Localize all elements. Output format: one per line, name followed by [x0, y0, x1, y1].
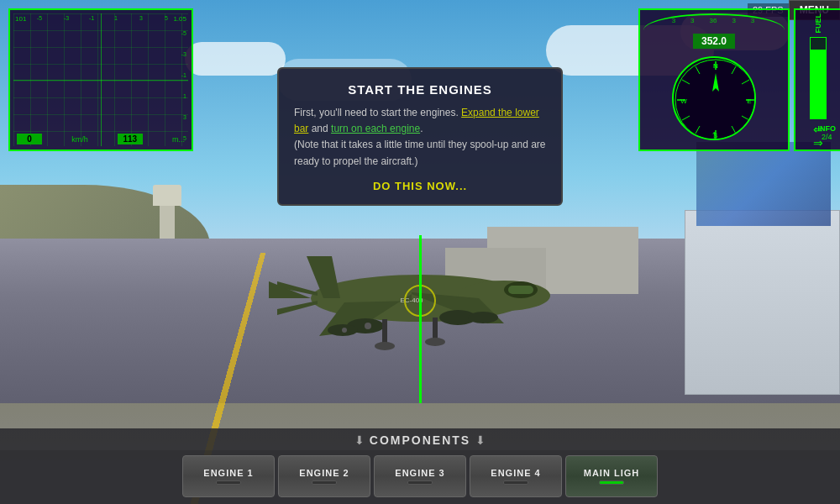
bottom-ui: ⬇ COMPONENTS ⬇ ENGINE 1 ENGINE 2 ENGINE … [0, 428, 840, 504]
component-indicator-line [419, 235, 422, 403]
tutorial-text-3: . [420, 123, 423, 134]
engine-2-indicator [312, 480, 337, 485]
svg-rect-9 [508, 286, 533, 294]
tutorial-link-2: turn on each engine [331, 123, 420, 134]
engine-2-button[interactable]: ENGINE 2 [278, 455, 370, 497]
control-tower-top [153, 185, 181, 206]
svg-point-19 [365, 323, 371, 329]
svg-point-17 [425, 338, 445, 346]
svg-point-13 [468, 312, 498, 323]
tutorial-text-1: First, you'll need to start the engines. [294, 107, 459, 118]
svg-rect-15 [433, 318, 438, 341]
tutorial-note: (Note that it takes a little time until … [294, 139, 546, 166]
svg-text:W: W [680, 97, 687, 105]
unit-kmh: km/h [71, 135, 88, 144]
unit-m: m... [172, 135, 185, 144]
nav-bottom-row: 0 km/h 113 m... [13, 132, 188, 146]
tutorial-title: START THE ENGINES [294, 82, 546, 97]
tutorial-text-2: and [312, 123, 328, 134]
svg-rect-14 [382, 319, 387, 344]
main-light-label: MAIN LIGH [584, 468, 639, 478]
components-arrow-right: ⬇ [475, 433, 486, 447]
components-bar: ⬇ COMPONENTS ⬇ [0, 428, 840, 450]
fuel-gauge: FUEL ⇐ ⇒ INFO 2/4 [794, 8, 840, 151]
building-windows [696, 142, 831, 226]
compass-instrument: -333633+ 352.0 N S W E [638, 8, 790, 151]
tutorial-dialog: START THE ENGINES First, you'll need to … [277, 67, 563, 206]
svg-text:E: E [747, 97, 751, 105]
navigation-instrument: 101 1.05 -5 -3 -1 1 3 5 -5 -3 -1 1 3 5 0… [8, 8, 193, 151]
components-label: COMPONENTS [370, 433, 470, 447]
engine-buttons-row: ENGINE 1 ENGINE 2 ENGINE 3 ENGINE 4 MAIN… [0, 450, 840, 504]
engine-1-label: ENGINE 1 [203, 468, 253, 478]
tutorial-body: First, you'll need to start the engines.… [294, 105, 546, 170]
speed-badge: 0 [17, 134, 42, 144]
nav-instrument-inner: 101 1.05 -5 -3 -1 1 3 5 -5 -3 -1 1 3 5 0… [13, 13, 188, 146]
main-light-indicator [599, 480, 624, 485]
engine-3-indicator [407, 480, 433, 485]
nav-scale-tr: 1.05 [173, 15, 186, 23]
main-light-button[interactable]: MAIN LIGH [565, 455, 658, 497]
terminal-building [685, 210, 840, 395]
fuel-bar-container [810, 37, 827, 120]
engine-4-indicator [503, 480, 528, 485]
fuel-label: FUEL [814, 13, 822, 34]
altitude-badge: 113 [118, 134, 143, 144]
fuel-bar-fill [811, 50, 826, 118]
north-arrow: ↑ [711, 128, 717, 143]
engine-3-button[interactable]: ENGINE 3 [374, 455, 466, 497]
tutorial-action: DO THIS NOW... [294, 180, 546, 192]
engine-1-button[interactable]: ENGINE 1 [182, 455, 275, 497]
svg-point-16 [375, 342, 395, 350]
info-value: 2/4 [818, 133, 837, 141]
engine-4-button[interactable]: ENGINE 4 [470, 455, 562, 497]
nav-scale-tl: 101 [15, 15, 26, 23]
info-label: INFO [818, 124, 837, 133]
engine-3-label: ENGINE 3 [395, 468, 444, 478]
svg-marker-5 [277, 301, 318, 315]
info-button[interactable]: INFO 2/4 [818, 124, 837, 141]
engine-2-label: ENGINE 2 [299, 468, 349, 478]
cloud-3 [185, 42, 286, 76]
components-arrow-left: ⬇ [354, 433, 365, 447]
engine-4-label: ENGINE 4 [491, 468, 540, 478]
svg-point-20 [342, 328, 347, 333]
engine-1-indicator [216, 480, 241, 485]
nav-crosshair-v [101, 13, 102, 146]
heading-display: 352.0 [693, 34, 735, 49]
